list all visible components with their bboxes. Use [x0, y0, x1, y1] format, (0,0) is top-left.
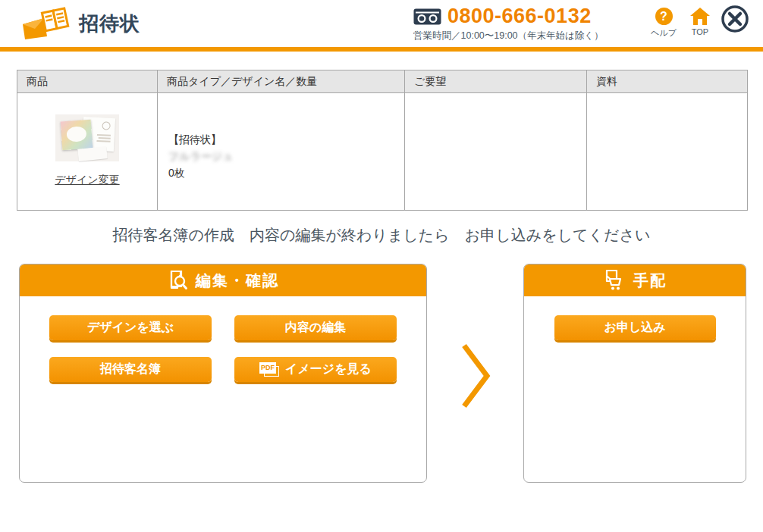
- business-hours: 営業時間／10:00〜19:00（年末年始は除く）: [413, 30, 611, 42]
- header: 招待状 0800-666-0132 営業時間／10:00〜19:00（年末年始は…: [0, 0, 763, 47]
- design-change-link[interactable]: デザイン変更: [55, 174, 119, 187]
- chevron-right-icon: [458, 343, 493, 409]
- apply-label: お申し込み: [604, 320, 665, 336]
- document-cart-icon: [603, 270, 626, 291]
- edit-content-label: 内容の編集: [285, 320, 346, 336]
- product-cell: デザイン変更: [17, 93, 158, 211]
- pdf-icon: PDF: [259, 362, 279, 377]
- col-header-material: 資料: [587, 70, 748, 93]
- top-button[interactable]: TOP: [682, 8, 718, 36]
- top-label: TOP: [682, 27, 718, 36]
- page-title: 招待状: [79, 11, 140, 37]
- col-header-type-design-qty: 商品タイプ／デザイン名／数量: [158, 70, 405, 93]
- table-header-row: 商品 商品タイプ／デザイン名／数量 ご要望 資料: [17, 70, 748, 93]
- arrange-title: 手配: [633, 271, 667, 291]
- view-image-label: イメージを見る: [285, 361, 372, 377]
- edit-confirm-panel: 編集・確認 デザインを選ぶ 内容の編集 招待客名簿 PDF イメージを見る: [19, 264, 427, 483]
- help-button[interactable]: ? ヘルプ: [645, 8, 682, 39]
- edit-confirm-header: 編集・確認: [20, 264, 426, 296]
- col-header-product: 商品: [17, 70, 158, 93]
- choose-design-button[interactable]: デザインを選ぶ: [49, 315, 212, 340]
- product-thumbnail[interactable]: [55, 114, 119, 161]
- edit-confirm-title: 編集・確認: [196, 271, 279, 291]
- table-row: デザイン変更 【招待状】 フルラージュ 0枚: [17, 93, 748, 211]
- view-image-button[interactable]: PDF イメージを見る: [234, 357, 397, 382]
- question-icon: ?: [655, 8, 673, 25]
- material-cell: [587, 93, 748, 211]
- col-header-request: ご要望: [405, 70, 587, 93]
- guest-list-label: 招待客名簿: [100, 361, 161, 377]
- edit-content-button[interactable]: 内容の編集: [234, 315, 397, 340]
- document-magnifier-icon: [167, 270, 188, 291]
- request-cell: [405, 93, 587, 211]
- guest-list-button[interactable]: 招待客名簿: [49, 357, 212, 382]
- design-name-blurred: フルラージュ: [168, 148, 234, 164]
- choose-design-label: デザインを選ぶ: [87, 320, 174, 336]
- arrange-panel: 手配 お申し込み: [523, 264, 746, 483]
- invitation-logo-icon: [21, 6, 71, 41]
- instruction-text: 招待客名簿の作成 内容の編集が終わりましたら お申し込みをしてください: [0, 225, 763, 246]
- apply-button[interactable]: お申し込み: [554, 315, 716, 340]
- home-icon: [682, 8, 718, 25]
- close-button[interactable]: [721, 5, 749, 33]
- order-table: 商品 商品タイプ／デザイン名／数量 ご要望 資料 デザイン変更 【招待状】: [17, 70, 748, 211]
- freedial-icon: [413, 8, 441, 25]
- orange-divider: [0, 47, 763, 52]
- arrange-header: 手配: [524, 264, 746, 296]
- page: 招待状 0800-666-0132 営業時間／10:00〜19:00（年末年始は…: [0, 0, 763, 532]
- detail-cell: 【招待状】 フルラージュ 0枚: [158, 93, 405, 211]
- phone-number: 0800-666-0132: [447, 5, 592, 28]
- help-label: ヘルプ: [645, 27, 682, 39]
- quantity: 0枚: [168, 164, 394, 181]
- logo: 招待状: [21, 6, 140, 41]
- phone-block: 0800-666-0132 営業時間／10:00〜19:00（年末年始は除く）: [413, 5, 611, 42]
- product-type: 【招待状】: [168, 131, 394, 148]
